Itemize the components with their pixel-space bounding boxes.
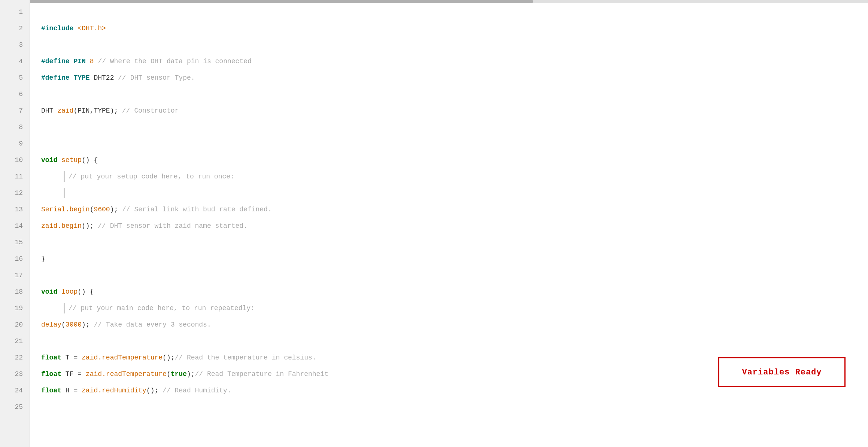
code-token-keyword: void <box>41 287 57 297</box>
code-token-comment: // put your main code here, to run repea… <box>69 303 255 314</box>
line-number: 25 <box>0 399 30 415</box>
code-token-plain: DHT22 <box>94 73 114 83</box>
code-line: delay(3000); // Take data every 3 second… <box>41 316 868 333</box>
code-token-plain: ( <box>167 369 171 380</box>
code-token-comment: // Read Humidity. <box>163 385 231 396</box>
code-line <box>41 267 868 284</box>
code-token-preprocessor: PIN <box>73 56 85 67</box>
code-line: DHT zaid(PIN,TYPE); // Constructor <box>41 102 868 119</box>
code-token-plain: ( <box>61 319 66 330</box>
code-token-plain: ); <box>187 369 195 380</box>
line-number: 9 <box>0 135 30 152</box>
code-line: void setup() { <box>41 152 868 168</box>
code-token-plain: (); <box>163 352 174 363</box>
code-token-function-call: Serial.begin <box>41 204 90 215</box>
code-token-plain: ( <box>90 204 94 215</box>
code-line: void loop() { <box>41 284 868 300</box>
line-number: 5 <box>0 70 30 86</box>
code-token-plain <box>70 56 74 67</box>
code-token-plain <box>90 73 94 83</box>
code-token-function-call: delay <box>41 319 61 330</box>
code-line: // put your main code here, to run repea… <box>41 300 868 316</box>
code-token-plain: () { <box>82 155 98 166</box>
code-token-comment: // Serial link with bud rate defined. <box>122 204 272 215</box>
code-token-comment: // DHT sensor with zaid name started. <box>98 221 248 232</box>
line-number: 12 <box>0 185 30 201</box>
code-token-number: 8 <box>90 56 94 67</box>
code-token-plain: } <box>41 254 45 264</box>
code-token-plain <box>57 155 61 166</box>
line-number: 21 <box>0 333 30 349</box>
line-number: 14 <box>0 218 30 234</box>
code-token-plain: TF = <box>61 369 86 380</box>
code-line <box>41 135 868 152</box>
code-token-function-call: zaid.begin <box>41 221 82 232</box>
code-token-comment: // Take data every 3 seconds. <box>94 319 211 330</box>
code-token-plain: (); <box>82 221 98 232</box>
line-number: 11 <box>0 168 30 185</box>
line-number: 3 <box>0 37 30 53</box>
variables-ready-box: Variables Ready <box>718 357 846 387</box>
code-token-keyword: float <box>41 352 61 363</box>
block-bar-icon <box>64 171 65 182</box>
line-number: 15 <box>0 234 30 251</box>
line-number: 17 <box>0 267 30 284</box>
code-line <box>41 399 868 415</box>
code-token-comment: // Read Temperature in Fahrenheit <box>195 369 328 380</box>
code-token-keyword: float <box>41 369 61 380</box>
code-token-preprocessor: #define <box>41 73 70 83</box>
code-token-plain: H = <box>61 385 82 396</box>
code-token-plain: ); <box>82 319 94 330</box>
code-token-preprocessor: #define <box>41 56 70 67</box>
line-number: 13 <box>0 201 30 218</box>
code-token-number: 9600 <box>94 204 110 215</box>
code-token-plain: DHT <box>41 105 57 116</box>
line-numbers: 1234567891011121314151617181920212223242… <box>0 0 30 447</box>
line-number: 23 <box>0 366 30 382</box>
line-number: 20 <box>0 316 30 333</box>
code-token-plain <box>57 287 61 297</box>
line-number: 6 <box>0 86 30 102</box>
line-number: 1 <box>0 4 30 20</box>
code-token-function-call: loop <box>61 287 78 297</box>
line-number: 4 <box>0 53 30 70</box>
code-token-comment: // put your setup code here, to run once… <box>69 171 234 182</box>
code-line <box>41 185 868 201</box>
code-token-function-call: zaid.readTemperature <box>86 369 167 380</box>
code-token-keyword: float <box>41 385 61 396</box>
code-token-plain <box>70 73 74 83</box>
code-token-plain <box>86 56 90 67</box>
code-token-plain: T = <box>61 352 82 363</box>
code-line: // put your setup code here, to run once… <box>41 168 868 185</box>
code-line <box>41 86 868 102</box>
code-token-plain: () { <box>78 287 94 297</box>
code-line: } <box>41 251 868 267</box>
code-token-comment: // DHT sensor Type. <box>118 73 195 83</box>
code-line <box>41 37 868 53</box>
code-line <box>41 234 868 251</box>
code-token-keyword: true <box>171 369 187 380</box>
code-line: Serial.begin(9600); // Serial link with … <box>41 201 868 218</box>
code-token-function-call: zaid <box>57 105 73 116</box>
code-line <box>41 119 868 135</box>
code-token-number: 3000 <box>66 319 82 330</box>
code-token-plain: (); <box>146 385 163 396</box>
line-number: 2 <box>0 20 30 37</box>
code-token-plain: ); <box>110 204 122 215</box>
code-line <box>41 333 868 349</box>
line-number: 18 <box>0 284 30 300</box>
code-line: zaid.begin(); // DHT sensor with zaid na… <box>41 218 868 234</box>
block-bar-icon <box>64 188 65 198</box>
code-line <box>41 4 868 20</box>
line-number: 24 <box>0 382 30 399</box>
code-token-function-call: zaid.redHumidity <box>82 385 146 396</box>
code-token-plain <box>94 56 98 67</box>
line-number: 22 <box>0 349 30 366</box>
variables-ready-label: Variables Ready <box>742 368 822 377</box>
line-number: 10 <box>0 152 30 168</box>
code-token-comment: // Read the temperature in celsius. <box>174 352 316 363</box>
code-line: #include <DHT.h> <box>41 20 868 37</box>
code-token-string: <DHT.h> <box>78 23 106 34</box>
line-number: 7 <box>0 102 30 119</box>
code-token-preprocessor: TYPE <box>73 73 89 83</box>
